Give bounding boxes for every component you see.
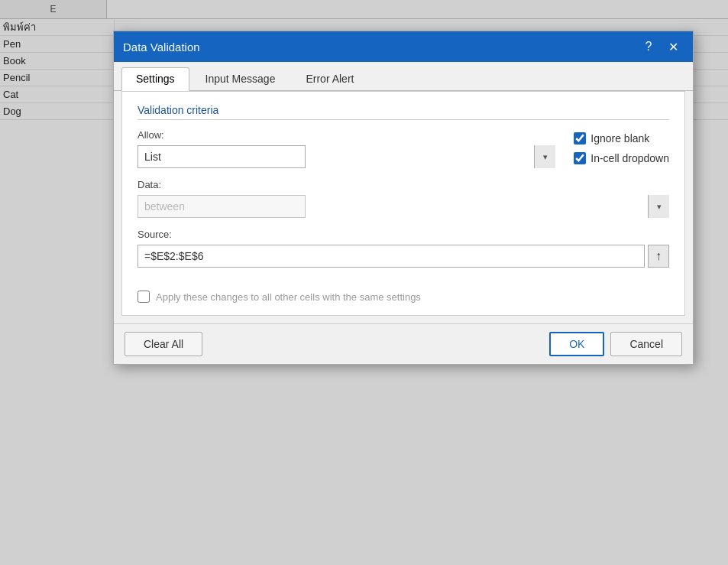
- ok-button[interactable]: OK: [549, 332, 604, 356]
- source-column: Source: ↑: [138, 229, 669, 268]
- tab-bar: Settings Input Message Error Alert: [114, 62, 693, 91]
- dialog-title: Data Validation: [123, 41, 635, 54]
- data-select-arrow-icon: ▾: [648, 195, 669, 218]
- data-validation-dialog: Data Validation ? ✕ Settings Input Messa…: [113, 31, 694, 365]
- allow-select[interactable]: List Any value Whole number Decimal Date…: [138, 145, 306, 168]
- allow-column: Allow: List Any value Whole number Decim…: [138, 129, 555, 168]
- data-select-wrapper: between ▾: [138, 195, 669, 218]
- source-input-row: ↑: [138, 245, 669, 268]
- tab-input-message[interactable]: Input Message: [191, 67, 290, 91]
- cancel-button[interactable]: Cancel: [610, 332, 682, 356]
- source-form-row: Source: ↑: [138, 229, 669, 268]
- help-icon: ?: [645, 40, 652, 54]
- close-icon: ✕: [668, 40, 678, 54]
- allow-select-arrow-icon: ▾: [534, 145, 555, 168]
- data-label: Data:: [138, 179, 669, 190]
- ignore-blank-row[interactable]: Ignore blank: [574, 132, 669, 144]
- data-select[interactable]: between: [138, 195, 306, 218]
- help-button[interactable]: ?: [638, 36, 659, 57]
- in-cell-dropdown-label: In-cell dropdown: [590, 152, 669, 164]
- allow-select-wrapper: List Any value Whole number Decimal Date…: [138, 145, 555, 168]
- tab-error-alert[interactable]: Error Alert: [291, 67, 368, 91]
- dialog-content: Validation criteria Allow: List Any valu…: [121, 91, 685, 316]
- collapse-icon: ↑: [655, 249, 662, 263]
- checkbox-column: Ignore blank In-cell dropdown: [574, 129, 669, 164]
- in-cell-dropdown-checkbox[interactable]: [574, 152, 586, 164]
- apply-changes-label: Apply these changes to all other cells w…: [156, 291, 421, 303]
- section-title: Validation criteria: [138, 104, 669, 120]
- allow-row: Allow: List Any value Whole number Decim…: [138, 129, 669, 168]
- source-collapse-button[interactable]: ↑: [648, 245, 669, 268]
- apply-changes-checkbox[interactable]: [138, 291, 150, 303]
- source-input[interactable]: [138, 245, 645, 268]
- in-cell-dropdown-row[interactable]: In-cell dropdown: [574, 152, 669, 164]
- data-row: Data: between ▾: [138, 179, 669, 218]
- tab-settings[interactable]: Settings: [121, 67, 189, 91]
- allow-label: Allow:: [138, 129, 555, 141]
- data-column: Data: between ▾: [138, 179, 669, 218]
- clear-all-button[interactable]: Clear All: [125, 332, 202, 356]
- close-button[interactable]: ✕: [662, 36, 684, 57]
- apply-row: Apply these changes to all other cells w…: [138, 291, 669, 303]
- ignore-blank-label: Ignore blank: [590, 132, 649, 144]
- dialog-footer: Clear All OK Cancel: [114, 323, 693, 364]
- ignore-blank-checkbox[interactable]: [574, 132, 586, 144]
- dialog-titlebar: Data Validation ? ✕: [114, 31, 693, 62]
- source-label: Source:: [138, 229, 669, 240]
